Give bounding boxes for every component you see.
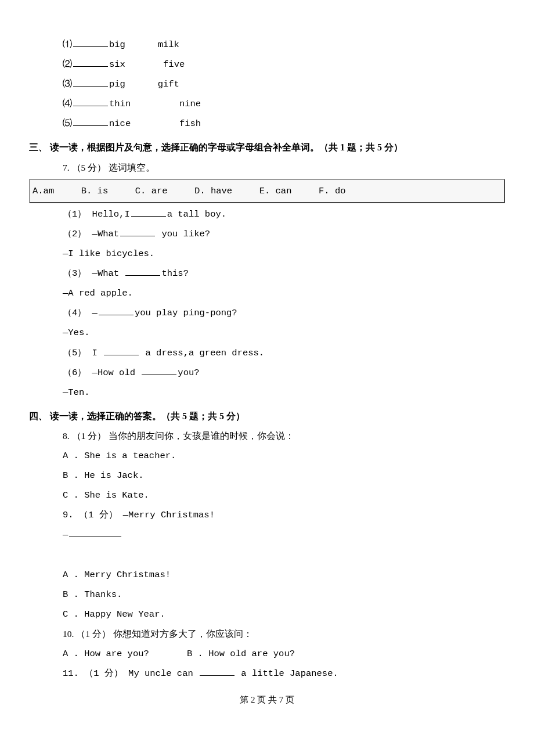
word-1: thin	[109, 99, 131, 109]
pair-row: ⑴big milk	[29, 35, 505, 55]
q7-sub4: （4） —you play ping-pong?	[29, 303, 505, 323]
sub-post: this?	[161, 268, 189, 279]
pair-num: ⑵	[63, 59, 72, 70]
section-4-heading: 四、 读一读，选择正确的答案。（共 5 题；共 5 分）	[29, 406, 505, 426]
q10-opts: A . How are you? B . How old are you?	[29, 644, 505, 664]
q7-sub6: （6） —How old you?	[29, 363, 505, 383]
sub-pre: （1） Hello,I	[63, 209, 130, 219]
q11-stem: 11. （1 分） My uncle can a little Japanese…	[29, 664, 505, 683]
q10-opt-b: B . How old are you?	[187, 649, 295, 659]
q8-stem: 8. （1 分） 当你的朋友问你，女孩是谁的时候，你会说：	[29, 426, 505, 446]
sub-post: a dress,a green dress.	[140, 348, 264, 358]
top-word-pairs: ⑴big milk ⑵six five ⑶pig gift ⑷thin nine…	[29, 35, 505, 134]
blank-field[interactable]	[73, 117, 108, 127]
q7-sub3-reply: —A red apple.	[29, 283, 505, 303]
word-2: five	[163, 59, 185, 70]
q7-sub3: （3） —What this?	[29, 264, 505, 283]
blank-field[interactable]	[200, 667, 234, 676]
q9-opt-a: A . Merry Christmas!	[29, 565, 505, 585]
sub-pre: （5） I	[63, 348, 103, 358]
pair-row: ⑸nice fish	[29, 114, 505, 134]
blank-field[interactable]	[131, 207, 166, 217]
word-2: fish	[179, 118, 201, 129]
word-2: nine	[179, 99, 201, 109]
sub-pre: （2） —What	[63, 229, 119, 239]
q9-opt-b: B . Thanks.	[29, 585, 505, 604]
sub-post: you?	[178, 368, 199, 378]
q11-pre: 11. （1 分） My uncle can	[63, 668, 199, 679]
blank-field[interactable]	[69, 528, 121, 538]
q7-sub5: （5） I a dress,a green dress.	[29, 343, 505, 363]
sub-pre: （4） —	[63, 308, 98, 318]
options-box: A.am B. is C. are D. have E. can F. do	[29, 179, 505, 203]
q7-sub2: （2） —What you like?	[29, 224, 505, 244]
blank-field[interactable]	[73, 98, 108, 107]
pair-num: ⑶	[63, 79, 72, 89]
sub-post: a tall boy.	[167, 209, 226, 219]
pair-row: ⑷thin nine	[29, 94, 505, 114]
q8-opt-c: C . She is Kate.	[29, 485, 505, 505]
page-footer: 第 2 页 共 7 页	[29, 690, 505, 710]
q11-post: a little Japanese.	[236, 668, 338, 679]
spacer	[29, 545, 505, 565]
pair-num: ⑷	[63, 99, 72, 109]
blank-field[interactable]	[142, 366, 176, 375]
section-3-heading: 三、 读一读，根据图片及句意，选择正确的字母或字母组合补全单词。（共 1 题；共…	[29, 137, 505, 157]
q10-stem: 10. （1 分） 你想知道对方多大了，你应该问：	[29, 624, 505, 644]
blank-field[interactable]	[73, 78, 108, 87]
word-2: gift	[158, 79, 179, 89]
blank-field[interactable]	[73, 58, 108, 67]
q8-opt-b: B . He is Jack.	[29, 466, 505, 485]
sub-pre: （3） —What	[63, 268, 124, 279]
word-1: big	[109, 39, 125, 50]
pair-num: ⑴	[63, 39, 72, 50]
q9-stem: 9. （1 分） —Merry Christmas!	[29, 505, 505, 525]
word-1: nice	[109, 118, 131, 129]
pair-row: ⑶pig gift	[29, 74, 505, 94]
q7-intro: 7. （5 分） 选词填空。	[29, 158, 505, 178]
q7-sub2-reply: —I like bicycles.	[29, 244, 505, 264]
word-1: pig	[109, 79, 125, 89]
sub-post: you like?	[156, 229, 210, 239]
q7-sub1: （1） Hello,Ia tall boy.	[29, 204, 505, 224]
q7-sub4-reply: —Yes.	[29, 323, 505, 343]
blank-field[interactable]	[104, 346, 139, 355]
blank-field[interactable]	[120, 227, 155, 236]
q9-reply: —	[29, 525, 505, 545]
sub-pre: （6） —How old	[63, 368, 140, 378]
pair-num: ⑸	[63, 118, 72, 129]
word-2: milk	[158, 39, 179, 50]
q9-opt-c: C . Happy New Year.	[29, 604, 505, 624]
blank-field[interactable]	[99, 307, 134, 316]
q10-opt-a: A . How are you?	[63, 649, 149, 659]
blank-field[interactable]	[73, 38, 108, 48]
word-1: six	[109, 59, 125, 70]
sub-post: you play ping-pong?	[135, 308, 237, 318]
reply-dash: —	[63, 530, 68, 540]
q8-opt-a: A . She is a teacher.	[29, 446, 505, 466]
blank-field[interactable]	[125, 267, 160, 276]
q7-sub6-reply: —Ten.	[29, 383, 505, 402]
pair-row: ⑵six five	[29, 55, 505, 74]
